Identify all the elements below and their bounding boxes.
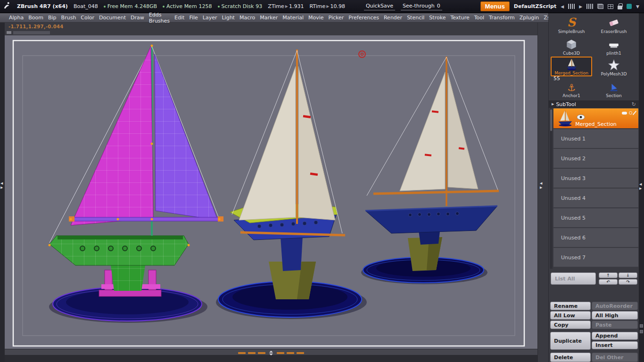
menu-item-edit[interactable]: Edit [172, 15, 187, 21]
menu-item-layer[interactable]: Layer [200, 15, 220, 21]
tool-item-plinth1[interactable]: plinth1 [593, 36, 635, 56]
menu-item-texture[interactable]: Texture [448, 15, 471, 21]
horizontal-scrollbar[interactable] [5, 349, 537, 355]
menu-item-color[interactable]: Color [78, 15, 97, 21]
menu-item-zplugin[interactable]: Zplugin [517, 15, 542, 21]
subtool-scrollbar[interactable] [550, 108, 553, 269]
menu-item-transform[interactable]: Transform [487, 15, 517, 21]
canvas-3d-scene[interactable] [5, 35, 537, 349]
document-canvas[interactable] [5, 35, 537, 349]
stat-active-mem: Active Mem1258 [163, 3, 212, 9]
menu-item-document[interactable]: Document [97, 15, 128, 21]
menu-item-brush[interactable]: Brush [59, 15, 79, 21]
move-down-button[interactable]: ↓ [619, 272, 637, 278]
delete-button[interactable]: Delete [550, 353, 591, 362]
move-up-button[interactable]: ↑ [599, 272, 618, 278]
edit-pen-icon[interactable] [633, 111, 637, 115]
menu-item-file[interactable]: File [187, 15, 200, 21]
bottom-tray[interactable] [5, 355, 537, 362]
subtool-mode-icons[interactable] [622, 110, 635, 115]
del-other-button[interactable]: Del Other [592, 353, 638, 362]
menu-item-stencil[interactable]: Stencil [405, 15, 427, 21]
move-top-button[interactable]: ↶ [599, 279, 618, 285]
subtool-item-unused-1[interactable]: Unused 1 [553, 129, 638, 148]
subtool-item-unused-6[interactable]: Unused 6 [553, 228, 638, 247]
tool-item-polymesh3d[interactable]: PolyMesh3D [593, 57, 635, 76]
tray-icon[interactable] [640, 324, 643, 328]
menu-item-bip[interactable]: Bip [46, 15, 59, 21]
menu-item-stroke[interactable]: Stroke [427, 15, 448, 21]
menu-item-material[interactable]: Material [280, 15, 306, 21]
subtool-item-unused-4[interactable]: Unused 4 [553, 189, 638, 207]
scroll-dash-icon [248, 352, 256, 354]
polypaint-icon[interactable] [622, 112, 627, 115]
menu-item-macro[interactable]: Macro [237, 15, 257, 21]
boat-model-left[interactable] [49, 45, 224, 323]
lock-icon[interactable] [618, 6, 622, 9]
menu-item-edds-brushes[interactable]: Edds Brushes [147, 12, 172, 24]
boat-model-right[interactable] [361, 57, 499, 284]
progress-segment [7, 31, 11, 34]
app-title: ZBrush 4R7 (x64) [17, 3, 68, 9]
menu-item-draw[interactable]: Draw [128, 15, 147, 21]
boat-model-middle[interactable] [216, 49, 367, 319]
tool-item-cube3d[interactable]: Cube3D [551, 36, 592, 56]
subtool-item-unused-2[interactable]: Unused 2 [553, 149, 638, 168]
slider-bars-icon[interactable] [586, 4, 593, 9]
next-arrow-icon[interactable]: ▶ [579, 4, 582, 9]
subtool-item-unused-3[interactable]: Unused 3 [553, 169, 638, 188]
menu-item-picker[interactable]: Picker [326, 15, 347, 21]
tray-icon[interactable] [640, 330, 643, 333]
subtool-item-selected[interactable]: Merged_Section [553, 108, 638, 128]
refresh-icon[interactable]: ↻ [632, 101, 636, 107]
menus-button[interactable]: Menus [480, 1, 510, 11]
tray-toggle-arrows-icon[interactable]: ◀▶ [0, 182, 3, 189]
divider-toggle-arrows-icon[interactable]: ◀▶ [540, 182, 542, 189]
list-all-button[interactable]: List All [551, 272, 596, 285]
duplicate-window-icon[interactable] [597, 4, 603, 9]
menu-item-tool[interactable]: Tool [472, 15, 487, 21]
tool-item-simplebrush[interactable]: S SimpleBrush [551, 14, 592, 34]
tool-item-eraserbrush[interactable]: EraserBrush [593, 14, 635, 34]
palette-color-icon[interactable] [627, 4, 632, 9]
tool-item-section[interactable]: Section [593, 78, 635, 98]
tool-item-anchor1[interactable]: ⚓ Anchor1 [551, 78, 592, 98]
grid-icon[interactable] [608, 4, 613, 9]
canvas-panel-divider[interactable]: ◀▶ [537, 23, 548, 362]
right-tray-strip[interactable]: ◀▶ [639, 13, 644, 362]
tray-toggle-arrows-icon[interactable]: ◀▶ [639, 183, 642, 190]
see-through-slider[interactable]: See-through0 [401, 3, 442, 10]
left-tray-strip[interactable]: ◀▶ [0, 23, 5, 362]
uv-icon[interactable] [629, 111, 632, 115]
slider-bars-icon[interactable] [568, 4, 575, 9]
all-high-button[interactable]: All High [592, 311, 638, 320]
collapse-arrow-icon[interactable]: ▼ [636, 4, 639, 9]
subtool-item-unused-7[interactable]: Unused 7 [553, 248, 638, 267]
copy-button[interactable]: Copy [550, 321, 591, 329]
subtool-list: Merged_Section Unused 1Unused 2Unused 3U… [550, 108, 638, 269]
menu-item-alpha[interactable]: Alpha [7, 15, 26, 21]
insert-button[interactable]: Insert [592, 341, 638, 349]
zbrush-window: ZBrush 4R7 (x64) Boat_048 Free Mem4.248G… [0, 0, 644, 362]
menu-item-marker[interactable]: Marker [257, 15, 280, 21]
menu-item-render[interactable]: Render [381, 15, 405, 21]
duplicate-button[interactable]: Duplicate [550, 332, 591, 350]
move-bottom-button[interactable]: ↷ [619, 279, 637, 285]
menu-item-boom[interactable]: Boom [26, 15, 46, 21]
paste-button[interactable]: Paste [592, 321, 638, 329]
menu-item-movie[interactable]: Movie [306, 15, 326, 21]
eye-visibility-icon[interactable] [576, 114, 586, 120]
subtool-item-unused-5[interactable]: Unused 5 [553, 208, 638, 227]
right-panel: S SimpleBrush EraserBrush Cube3D plinth1 [548, 13, 639, 362]
autoreorder-button[interactable]: AutoReorder [592, 302, 638, 310]
quicksave-button[interactable]: QuickSave [364, 3, 395, 10]
tool-item-merged-section[interactable]: Merged_Section [551, 57, 592, 76]
menu-item-light[interactable]: Light [219, 15, 237, 21]
rename-button[interactable]: Rename [550, 302, 591, 310]
scroll-center-arrows-icon[interactable] [269, 351, 273, 355]
prev-arrow-icon[interactable]: ◀ [561, 4, 564, 9]
subtool-panel-header[interactable]: ▶ SubTool ↻ [549, 100, 639, 108]
append-button[interactable]: Append [592, 332, 638, 340]
all-low-button[interactable]: All Low [550, 311, 591, 320]
menu-item-preferences[interactable]: Preferences [346, 15, 381, 21]
